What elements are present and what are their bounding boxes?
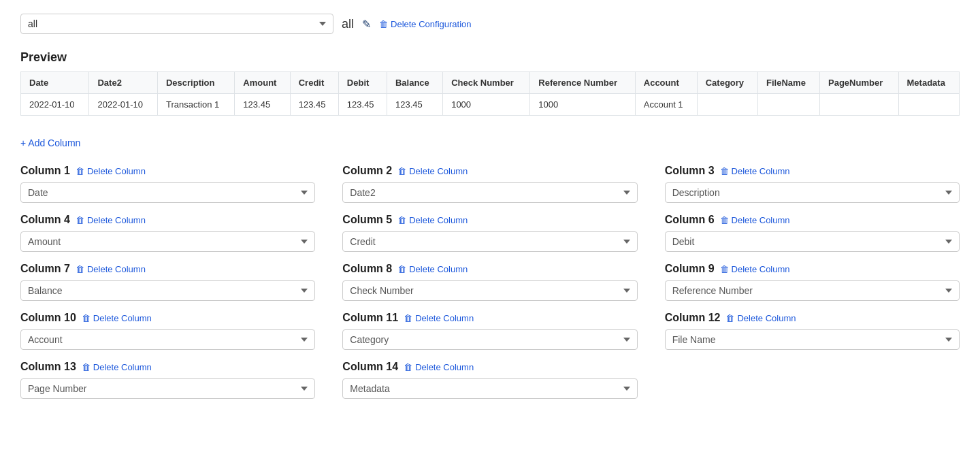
column-item-9: Column 9🗑 Delete ColumnDateDate2Descript… xyxy=(665,263,960,301)
delete-column-button-7[interactable]: 🗑 Delete Column xyxy=(76,264,146,274)
column-label-5: Column 5 xyxy=(342,214,392,226)
delete-column-button-12[interactable]: 🗑 Delete Column xyxy=(725,313,796,323)
delete-config-button[interactable]: 🗑 Delete Configuration xyxy=(379,19,472,29)
delete-col-label: Delete Column xyxy=(87,166,146,176)
edit-icon[interactable]: ✎ xyxy=(362,18,371,31)
column-item-8: Column 8🗑 Delete ColumnDateDate2Descript… xyxy=(342,263,637,301)
table-cell xyxy=(758,94,820,116)
delete-column-button-6[interactable]: 🗑 Delete Column xyxy=(720,215,790,225)
column-label-14: Column 14 xyxy=(342,361,398,373)
trash-icon-col: 🗑 xyxy=(397,264,406,274)
trash-icon-col: 🗑 xyxy=(404,313,412,323)
table-header-cell: Reference Number xyxy=(530,72,635,94)
table-cell: 123.45 xyxy=(338,94,387,116)
preview-section: Preview DateDate2DescriptionAmountCredit… xyxy=(20,50,960,116)
table-header-row: DateDate2DescriptionAmountCreditDebitBal… xyxy=(21,72,960,94)
table-cell: 123.45 xyxy=(290,94,338,116)
trash-icon-col: 🗑 xyxy=(76,264,84,274)
trash-icon-col: 🗑 xyxy=(82,362,91,372)
delete-col-label: Delete Column xyxy=(87,215,146,225)
column-select-8[interactable]: DateDate2DescriptionAmountCreditDebitBal… xyxy=(342,280,637,301)
column-item-2: Column 2🗑 Delete ColumnDateDate2Descript… xyxy=(342,165,637,203)
table-cell: 123.45 xyxy=(235,94,290,116)
delete-col-label: Delete Column xyxy=(93,362,152,372)
table-header-cell: Check Number xyxy=(443,72,530,94)
table-header-cell: Metadata xyxy=(898,72,959,94)
table-row: 2022-01-102022-01-10Transaction 1123.451… xyxy=(21,94,960,116)
column-label-1: Column 1 xyxy=(20,165,70,177)
column-select-10[interactable]: DateDate2DescriptionAmountCreditDebitBal… xyxy=(20,329,315,350)
column-select-3[interactable]: DateDate2DescriptionAmountCreditDebitBal… xyxy=(665,182,960,203)
column-header-12: Column 12🗑 Delete Column xyxy=(665,312,960,324)
column-select-9[interactable]: DateDate2DescriptionAmountCreditDebitBal… xyxy=(665,280,960,301)
column-label-11: Column 11 xyxy=(342,312,398,324)
column-select-2[interactable]: DateDate2DescriptionAmountCreditDebitBal… xyxy=(342,182,637,203)
trash-icon-col: 🗑 xyxy=(720,215,729,225)
column-item-12: Column 12🗑 Delete ColumnDateDate2Descrip… xyxy=(665,312,960,350)
column-select-11[interactable]: DateDate2DescriptionAmountCreditDebitBal… xyxy=(342,329,637,350)
column-label-9: Column 9 xyxy=(665,263,715,275)
table-cell: Transaction 1 xyxy=(157,94,234,116)
table-header-cell: Category xyxy=(697,72,757,94)
column-label-12: Column 12 xyxy=(665,312,721,324)
delete-column-button-3[interactable]: 🗑 Delete Column xyxy=(720,166,790,176)
table-cell: 123.45 xyxy=(387,94,442,116)
add-column-button[interactable]: + Add Column xyxy=(20,137,80,148)
column-label-2: Column 2 xyxy=(342,165,392,177)
table-header-cell: Credit xyxy=(290,72,338,94)
delete-column-button-13[interactable]: 🗑 Delete Column xyxy=(82,362,152,372)
column-select-14[interactable]: DateDate2DescriptionAmountCreditDebitBal… xyxy=(342,378,637,399)
delete-column-button-10[interactable]: 🗑 Delete Column xyxy=(82,313,152,323)
column-select-12[interactable]: DateDate2DescriptionAmountCreditDebitBal… xyxy=(665,329,960,350)
table-header-cell: FileName xyxy=(758,72,820,94)
column-label-4: Column 4 xyxy=(20,214,70,226)
column-select-13[interactable]: DateDate2DescriptionAmountCreditDebitBal… xyxy=(20,378,315,399)
column-header-6: Column 6🗑 Delete Column xyxy=(665,214,960,226)
table-header-cell: Debit xyxy=(338,72,387,94)
column-item-7: Column 7🗑 Delete ColumnDateDate2Descript… xyxy=(20,263,315,301)
table-cell xyxy=(697,94,757,116)
column-label-10: Column 10 xyxy=(20,312,76,324)
delete-col-label: Delete Column xyxy=(415,313,474,323)
table-cell: 2022-01-10 xyxy=(89,94,157,116)
delete-column-button-11[interactable]: 🗑 Delete Column xyxy=(404,313,474,323)
column-item-14: Column 14🗑 Delete ColumnDateDate2Descrip… xyxy=(342,361,637,399)
column-item-5: Column 5🗑 Delete ColumnDateDate2Descript… xyxy=(342,214,637,252)
delete-column-button-1[interactable]: 🗑 Delete Column xyxy=(76,166,146,176)
delete-col-label: Delete Column xyxy=(737,313,796,323)
column-select-7[interactable]: DateDate2DescriptionAmountCreditDebitBal… xyxy=(20,280,315,301)
column-item-13: Column 13🗑 Delete ColumnDateDate2Descrip… xyxy=(20,361,315,399)
delete-column-button-14[interactable]: 🗑 Delete Column xyxy=(404,362,474,372)
trash-icon-col: 🗑 xyxy=(397,166,406,176)
column-select-6[interactable]: DateDate2DescriptionAmountCreditDebitBal… xyxy=(665,231,960,252)
delete-col-label: Delete Column xyxy=(93,313,152,323)
table-head: DateDate2DescriptionAmountCreditDebitBal… xyxy=(21,72,960,94)
table-cell: Account 1 xyxy=(635,94,697,116)
table-header-cell: PageNumber xyxy=(820,72,899,94)
delete-col-label: Delete Column xyxy=(409,215,468,225)
column-header-5: Column 5🗑 Delete Column xyxy=(342,214,637,226)
config-select[interactable]: all xyxy=(20,14,333,34)
trash-icon-col: 🗑 xyxy=(82,313,91,323)
trash-icon-config: 🗑 xyxy=(379,19,388,29)
table-cell: 1000 xyxy=(443,94,530,116)
table-cell xyxy=(898,94,959,116)
column-label-3: Column 3 xyxy=(665,165,715,177)
column-select-1[interactable]: DateDate2DescriptionAmountCreditDebitBal… xyxy=(20,182,315,203)
trash-icon-col: 🗑 xyxy=(397,215,406,225)
column-header-8: Column 8🗑 Delete Column xyxy=(342,263,637,275)
delete-column-button-5[interactable]: 🗑 Delete Column xyxy=(397,215,468,225)
table-header-cell: Account xyxy=(635,72,697,94)
column-header-14: Column 14🗑 Delete Column xyxy=(342,361,637,373)
column-item-1: Column 1🗑 Delete ColumnDateDate2Descript… xyxy=(20,165,315,203)
delete-column-button-4[interactable]: 🗑 Delete Column xyxy=(76,215,146,225)
preview-title: Preview xyxy=(20,50,960,65)
delete-col-label: Delete Column xyxy=(732,215,790,225)
table-header-cell: Date xyxy=(21,72,89,94)
delete-column-button-8[interactable]: 🗑 Delete Column xyxy=(397,264,468,274)
delete-column-button-2[interactable]: 🗑 Delete Column xyxy=(397,166,468,176)
delete-column-button-9[interactable]: 🗑 Delete Column xyxy=(720,264,790,274)
column-select-4[interactable]: DateDate2DescriptionAmountCreditDebitBal… xyxy=(20,231,315,252)
column-select-5[interactable]: DateDate2DescriptionAmountCreditDebitBal… xyxy=(342,231,637,252)
column-header-11: Column 11🗑 Delete Column xyxy=(342,312,637,324)
